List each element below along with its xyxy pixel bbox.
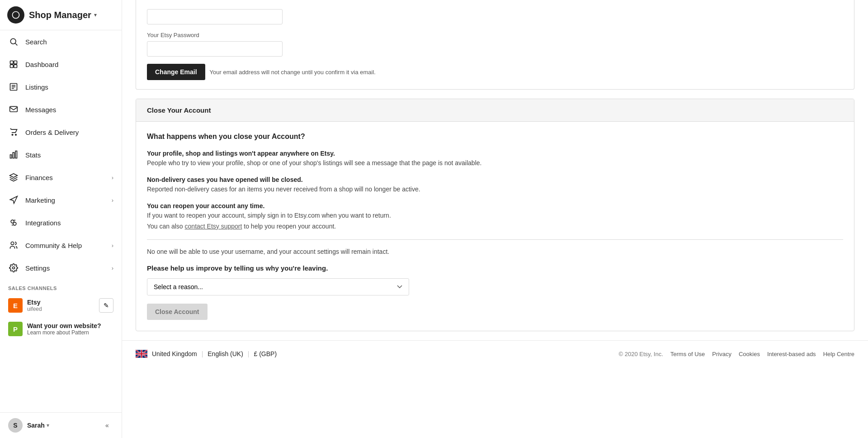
footer-interest-ads-link[interactable]: Interest-based ads	[767, 351, 816, 357]
footer-privacy-link[interactable]: Privacy	[712, 351, 731, 357]
shop-manager-header[interactable]: Shop Manager ▾	[0, 0, 122, 30]
email-change-card: Your Etsy Password Change Email Your ema…	[136, 0, 854, 90]
community-icon	[8, 240, 19, 251]
footer-help-link[interactable]: Help Centre	[823, 351, 854, 357]
svg-rect-10	[10, 106, 18, 112]
sidebar-item-settings-label: Settings	[25, 264, 112, 272]
reason-select[interactable]: Select a reason... I'm not getting enoug…	[147, 278, 409, 295]
user-chevron-icon: ▾	[47, 422, 49, 428]
footer-cookies-link[interactable]: Cookies	[739, 351, 760, 357]
close-account-button[interactable]: Close Account	[147, 304, 208, 320]
sidebar: Shop Manager ▾ Search Dashboard Listings	[0, 0, 122, 438]
shop-manager-title: Shop Manager	[29, 10, 91, 20]
sidebar-item-messages-label: Messages	[25, 106, 113, 114]
svg-marker-16	[10, 174, 18, 177]
footer-right: © 2020 Etsy, Inc. Terms of Use Privacy C…	[619, 351, 854, 357]
community-chevron-icon: ›	[112, 242, 113, 249]
sidebar-item-listings-label: Listings	[25, 83, 113, 91]
sidebar-item-listings[interactable]: Listings	[0, 76, 122, 98]
change-email-button[interactable]: Change Email	[147, 64, 205, 80]
footer-left: United Kingdom | English (UK) | £ (GBP)	[136, 350, 277, 358]
integrations-icon	[8, 217, 19, 228]
footer-terms-link[interactable]: Terms of Use	[670, 351, 705, 357]
sidebar-footer: S Sarah ▾ «	[0, 412, 122, 438]
sidebar-item-finances-label: Finances	[25, 174, 112, 181]
sales-channel-pattern[interactable]: P Want your own website? Learn more abou…	[0, 317, 122, 341]
username-label: Sarah	[27, 422, 45, 429]
leave-reason-heading: Please help us improve by telling us why…	[147, 264, 843, 272]
no-username-note: No one will be able to use your username…	[147, 248, 843, 255]
sidebar-item-messages[interactable]: Messages	[0, 98, 122, 121]
close-account-body: What happens when you close your Account…	[136, 122, 854, 331]
sidebar-item-search-label: Search	[25, 38, 113, 46]
search-icon	[8, 36, 19, 47]
svg-point-21	[11, 242, 14, 245]
info-block-3-prefix: You can also	[147, 223, 185, 230]
sidebar-item-settings[interactable]: Settings ›	[0, 257, 122, 279]
dashboard-icon	[8, 59, 19, 70]
user-avatar: S	[8, 418, 23, 433]
svg-rect-15	[15, 151, 17, 158]
svg-point-0	[10, 38, 16, 44]
password-label: Your Etsy Password	[147, 32, 843, 38]
info-block-3-text-2: You can also contact Etsy support to hel…	[147, 222, 843, 231]
shop-manager-icon	[7, 6, 24, 24]
svg-rect-13	[10, 155, 12, 158]
sidebar-user[interactable]: S Sarah ▾	[8, 418, 49, 433]
info-block-1-bold: Your profile, shop and listings won't ap…	[147, 150, 843, 157]
pattern-channel-name: Want your own website?	[27, 322, 113, 329]
svg-rect-14	[13, 152, 14, 158]
change-email-action: Change Email Your email address will not…	[147, 64, 843, 80]
marketing-icon	[8, 195, 19, 205]
info-block-3-bold: You can reopen your account any time.	[147, 202, 843, 209]
stats-icon	[8, 149, 19, 160]
page-footer: United Kingdom | English (UK) | £ (GBP) …	[122, 340, 868, 367]
sidebar-collapse-button[interactable]: «	[101, 419, 113, 432]
info-block-3-suffix: to help you reopen your account.	[242, 223, 336, 230]
close-account-header: Close Your Account	[136, 99, 854, 122]
svg-rect-4	[10, 65, 14, 68]
close-account-btn-row: Close Account	[147, 304, 843, 320]
pattern-channel-sub: Learn more about Pattern	[27, 329, 113, 336]
svg-rect-2	[10, 61, 14, 64]
sidebar-item-dashboard[interactable]: Dashboard	[0, 53, 122, 76]
info-block-2-bold: Non-delivery cases you have opened will …	[147, 176, 843, 183]
settings-icon	[8, 262, 19, 273]
sidebar-item-community[interactable]: Community & Help ›	[0, 234, 122, 257]
svg-point-18	[13, 222, 16, 225]
orders-icon	[8, 127, 19, 138]
password-input-group: Your Etsy Password	[147, 32, 843, 57]
shop-manager-chevron: ▾	[94, 12, 97, 18]
sidebar-item-stats[interactable]: Stats	[0, 143, 122, 166]
finances-icon	[8, 172, 19, 183]
settings-chevron-icon: ›	[112, 265, 113, 271]
sidebar-item-finances[interactable]: Finances ›	[0, 166, 122, 189]
sidebar-item-orders[interactable]: Orders & Delivery	[0, 121, 122, 143]
svg-rect-3	[14, 61, 17, 64]
close-account-card: Close Your Account What happens when you…	[136, 99, 854, 331]
sales-channel-etsy[interactable]: E Etsy uifeed ✎	[0, 294, 122, 317]
sidebar-item-integrations[interactable]: Integrations	[0, 211, 122, 234]
password-input[interactable]	[147, 41, 283, 57]
uk-flag-svg	[136, 350, 147, 358]
etsy-edit-button[interactable]: ✎	[99, 298, 113, 313]
pattern-channel-info: Want your own website? Learn more about …	[27, 322, 113, 336]
info-block-1-text: People who try to view your profile, sho…	[147, 158, 843, 168]
email-card-body: Your Etsy Password Change Email Your ema…	[136, 0, 854, 89]
contact-support-link[interactable]: contact Etsy support	[185, 223, 242, 230]
leave-reason-section: Please help us improve by telling us why…	[147, 264, 843, 295]
close-account-heading: What happens when you close your Account…	[147, 133, 843, 141]
sidebar-nav: Search Dashboard Listings Messages	[0, 30, 122, 412]
listings-icon	[8, 81, 19, 92]
svg-point-22	[13, 267, 15, 269]
sidebar-item-marketing[interactable]: Marketing ›	[0, 189, 122, 211]
footer-currency: £ (GBP)	[254, 350, 277, 357]
svg-line-1	[15, 43, 18, 46]
new-email-input[interactable]	[147, 9, 283, 24]
content-area: Your Etsy Password Change Email Your ema…	[122, 0, 868, 367]
sales-channels-label: SALES CHANNELS	[0, 279, 122, 294]
sidebar-item-search[interactable]: Search	[0, 30, 122, 53]
sidebar-item-community-label: Community & Help	[25, 242, 112, 249]
svg-rect-5	[14, 65, 17, 68]
main-content: Your Etsy Password Change Email Your ema…	[122, 0, 868, 438]
